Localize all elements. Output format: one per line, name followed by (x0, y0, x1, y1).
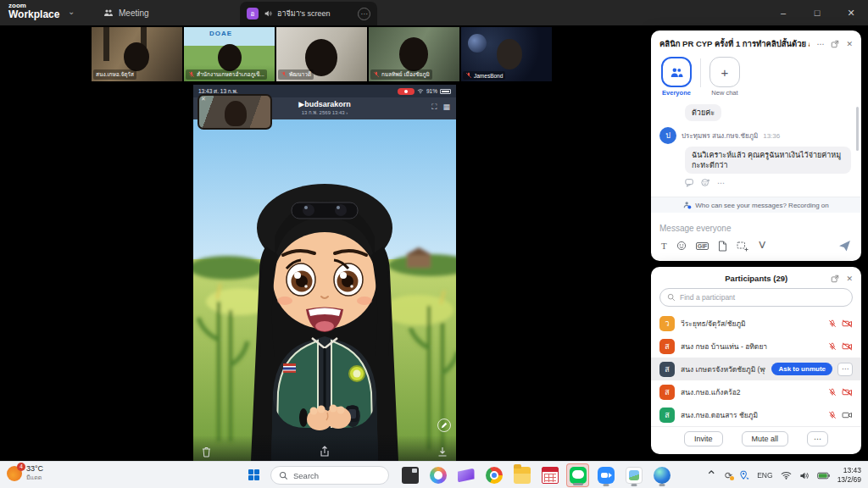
chat-input[interactable] (659, 224, 853, 233)
participant-row[interactable]: ว วีระยุทธ/จัตุรัส/ชัยภูมิ (651, 312, 861, 335)
video-tile[interactable]: DOAE สำนักงานเกษตรอำเภอภูเขี... (184, 27, 275, 81)
new-chat-button[interactable]: + New chat (709, 57, 740, 97)
participant-row[interactable]: ส สนง.กษอ.ดอนสาร ชัยภูมิ (651, 403, 861, 426)
taskbar-app-chrome[interactable] (482, 463, 505, 487)
everyone-label: Everyone (662, 89, 691, 97)
participant-row[interactable]: ส สนง.กษอ.แก้งคร้อ2 (651, 380, 861, 403)
chat-messages[interactable]: ด้วยค่ะ ป ประทุมพร สนง.กษจ.ชัยภูมิ 13:36… (651, 102, 861, 197)
taskbar-app-line[interactable] (566, 463, 589, 487)
participant-name: สำนักงานเกษตรอำเภอภูเขี... (197, 70, 264, 79)
taskbar-app-taskview[interactable] (398, 463, 421, 487)
chat-bubble: ฉันวิเคราะห์แล้ว คุณครูฉันหาเงินไว้จ่ายค… (685, 147, 851, 174)
mute-all-button[interactable]: Mute all (742, 431, 789, 446)
start-button[interactable] (244, 465, 264, 485)
camera-off-icon[interactable] (842, 319, 853, 328)
share-icon[interactable] (320, 446, 330, 458)
video-tile[interactable]: พัฒนาวดี (276, 27, 367, 81)
privacy-notice[interactable]: Who can see your messages? Recording on (651, 197, 861, 213)
tab-meeting[interactable]: Meeting (95, 0, 158, 25)
chat-close-icon[interactable]: ✕ (846, 40, 853, 48)
chat-more-icon[interactable]: ⋯ (816, 40, 824, 48)
emoji-add-icon[interactable] (701, 178, 710, 187)
chat-panel: คลินิก PR CYP ครั้งที่ 1 การทำคลิปสั้นด้… (651, 30, 861, 261)
screenshot-icon[interactable] (737, 241, 748, 252)
close-button[interactable]: ✕ (834, 0, 868, 25)
participant-name: กมลทิพย์ เมืองชัยภูมิ (381, 70, 430, 79)
camera-off-icon[interactable] (842, 342, 853, 351)
sender-name: ประทุมพร สนง.กษจ.ชัยภูมิ (682, 130, 758, 141)
camera-on-icon[interactable] (842, 411, 853, 419)
participants-more-button[interactable]: ⋯ (807, 431, 828, 446)
video-tile[interactable]: JamesBond (461, 27, 552, 81)
avatar: ส (659, 339, 675, 354)
camera-pip-overlay[interactable]: ✕ (198, 94, 272, 130)
wifi-icon[interactable] (781, 471, 792, 480)
mic-off-icon[interactable] (828, 411, 837, 419)
participant-row-hovered[interactable]: ส สนง เกษตรจังหวัดชัยภูมิ (พุท... Ask to… (651, 358, 861, 380)
format-text-icon[interactable]: T (661, 241, 667, 251)
chevron-down-icon[interactable]: ˅ (758, 238, 765, 253)
participant-name: JamesBond (474, 73, 503, 79)
search-icon (667, 293, 676, 302)
taskbar-app-zoom[interactable] (594, 463, 617, 487)
video-tile[interactable]: สนง.เกษอ.จัตุรัส (92, 27, 182, 81)
file-icon[interactable] (718, 241, 727, 252)
tray-clock[interactable]: 13:43 13/2/69 (837, 466, 861, 484)
message-more-icon[interactable]: ⋯ (717, 179, 725, 187)
chevron-down-icon[interactable]: ⌄ (68, 7, 75, 16)
weather-widget[interactable]: 4 33°C มีแดด (7, 464, 43, 482)
mic-off-icon[interactable] (828, 342, 837, 351)
participants-close-icon[interactable]: ✕ (846, 274, 853, 283)
photo-viewer-canvas[interactable] (193, 119, 456, 461)
taskbar-app-copilot[interactable] (426, 463, 449, 487)
taskbar-app-calendar[interactable] (538, 463, 561, 487)
video-tile[interactable]: กมลทิพย์ เมืองชัยภูมิ (369, 27, 459, 81)
sync-icon[interactable]: ⟳ (725, 470, 732, 481)
mic-off-icon[interactable] (828, 388, 837, 396)
camera-off-icon[interactable] (842, 388, 853, 396)
participant-name: สนง.เกษอ.จัตุรัส (96, 70, 134, 79)
taskbar-search[interactable]: Search (270, 466, 389, 485)
chat-target-everyone[interactable]: Everyone (661, 57, 692, 97)
minimize-button[interactable]: – (766, 0, 800, 25)
popout-icon[interactable] (831, 40, 839, 48)
gif-icon[interactable]: GIF (696, 242, 709, 250)
trash-icon[interactable] (202, 446, 211, 458)
grid-icon[interactable]: ▦ (442, 103, 450, 112)
participant-row[interactable]: ส สนง กษอ บ้านแท่น - อทิตยา (651, 335, 861, 358)
zoom-titlebar: zoom Workplace ⌄ Meeting อ อาจีมา's scre… (0, 0, 868, 25)
popout-icon[interactable] (831, 274, 839, 283)
new-chat-label: New chat (711, 89, 737, 97)
ask-to-unmute-button[interactable]: Ask to unmute (771, 363, 832, 375)
battery-icon[interactable] (817, 472, 830, 480)
volume-icon[interactable] (799, 471, 810, 480)
download-icon[interactable] (437, 446, 448, 458)
pip-close-icon[interactable]: ✕ (201, 96, 206, 103)
invite-button[interactable]: Invite (684, 431, 723, 446)
maximize-button[interactable]: □ (800, 0, 834, 25)
expand-icon[interactable]: ⛶ (431, 103, 437, 112)
chat-scrollbar[interactable] (856, 107, 859, 151)
edit-pencil-icon[interactable] (437, 419, 451, 432)
galaxy-background (468, 34, 487, 53)
reply-icon[interactable] (685, 178, 694, 187)
send-icon[interactable] (838, 240, 851, 252)
participant-search[interactable] (659, 288, 853, 307)
taskbar-app-file-explorer[interactable] (510, 463, 533, 487)
location-icon[interactable] (740, 470, 749, 480)
taskbar-app-photos[interactable] (622, 463, 645, 487)
tray-chevron-up-icon[interactable]: ⌃ (706, 468, 717, 484)
task-view-icon (402, 467, 419, 484)
emoji-icon[interactable] (676, 241, 687, 251)
zoom-workplace-logo: zoom Workplace (8, 3, 59, 19)
tab-shared-screen[interactable]: อ อาจีมา's screen ⋯ (240, 2, 377, 25)
taskbar-app-edge[interactable] (650, 463, 673, 487)
wifi-icon (417, 88, 424, 94)
tab-options-icon[interactable]: ⋯ (358, 8, 370, 20)
taskbar-app-clipchamp[interactable] (454, 463, 477, 487)
windows-taskbar: 4 33°C มีแดด Search ⌃ ⟳ (0, 461, 868, 488)
participant-search-input[interactable] (680, 293, 824, 302)
participant-more-button[interactable]: ⋯ (837, 363, 853, 376)
language-indicator[interactable]: ENG (757, 471, 772, 480)
mic-off-icon[interactable] (828, 319, 837, 328)
